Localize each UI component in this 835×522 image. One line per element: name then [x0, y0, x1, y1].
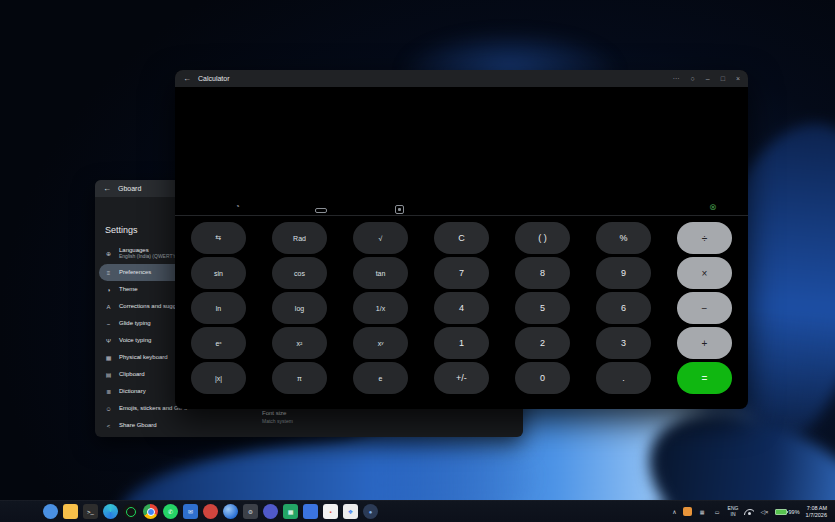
key-percent[interactable]: %: [596, 222, 651, 254]
monitor-tray-icon[interactable]: ▭: [713, 507, 722, 516]
edge-browser-icon[interactable]: [103, 504, 118, 519]
window-controls: ⋯ ○ – □ ×: [673, 75, 740, 82]
taskbar-pinned-apps: >_✆✉⚙▦▪❖●: [0, 504, 672, 519]
display-toolbar: ◔ ⊗: [191, 201, 732, 219]
sidebar-item-share[interactable]: <Share Gboard: [99, 417, 251, 434]
key-reciprocal[interactable]: 1/x: [353, 292, 408, 324]
key-sqrt[interactable]: √: [353, 222, 408, 254]
time-text: 7:08 AM: [807, 505, 827, 512]
key-decimal[interactable]: .: [596, 362, 651, 394]
photos-sphere-icon[interactable]: [223, 504, 238, 519]
designer-icon[interactable]: [303, 504, 318, 519]
sidebar-item-text: Clipboard: [119, 371, 145, 378]
sidebar-item-text: Voice typing: [119, 337, 151, 344]
backspace-icon[interactable]: ⊗: [709, 202, 717, 212]
key-1[interactable]: 1: [434, 327, 489, 359]
start-icon[interactable]: [23, 504, 38, 519]
maximize-icon[interactable]: □: [721, 75, 725, 82]
whatsapp-icon[interactable]: ✆: [163, 504, 178, 519]
keypad-icon[interactable]: [395, 205, 404, 214]
keyboard-tray-icon[interactable]: ▦: [698, 507, 707, 516]
chat-icon[interactable]: [263, 504, 278, 519]
key-e[interactable]: e: [353, 362, 408, 394]
key-9[interactable]: 9: [596, 257, 651, 289]
sidebar-item-text: Preferences: [119, 269, 151, 276]
key-add[interactable]: +: [677, 327, 732, 359]
mic-icon: Ψ: [104, 338, 113, 344]
sidebar-item-label: Dictionary: [119, 388, 146, 395]
key-clear[interactable]: C: [434, 222, 489, 254]
search-icon[interactable]: [43, 504, 58, 519]
font-size-label: Font size: [262, 410, 293, 418]
terminal-icon[interactable]: >_: [83, 504, 98, 519]
key-power[interactable]: xʸ: [353, 327, 408, 359]
emoji-icon: ☺: [104, 406, 113, 412]
history-icon[interactable]: ◔: [235, 202, 240, 211]
gesture-icon: ~: [104, 321, 113, 327]
key-4[interactable]: 4: [434, 292, 489, 324]
settings-icon[interactable]: ⚙: [243, 504, 258, 519]
key-parentheses[interactable]: ( ): [515, 222, 570, 254]
people-icon[interactable]: ●: [363, 504, 378, 519]
key-8[interactable]: 8: [515, 257, 570, 289]
minimize-icon[interactable]: –: [706, 75, 710, 82]
battery-percent: 99%: [789, 509, 800, 515]
taskbar: >_✆✉⚙▦▪❖● ∧ ▦ ▭ ENG IN ◁× 99% 7:08 AM 1/…: [0, 500, 835, 522]
key-6[interactable]: 6: [596, 292, 651, 324]
battery-indicator[interactable]: 99%: [775, 509, 800, 515]
photos-icon[interactable]: ❖: [343, 504, 358, 519]
sidebar-item-label: Physical keyboard: [119, 354, 168, 361]
display-divider: [175, 215, 748, 216]
chrome-icon[interactable]: [143, 504, 158, 519]
share-icon: <: [104, 423, 113, 429]
file-explorer-icon[interactable]: [63, 504, 78, 519]
system-tray: ∧ ▦ ▭ ENG IN ◁× 99% 7:08 AM 1/7/2026: [672, 505, 835, 518]
key-divide[interactable]: ÷: [677, 222, 732, 254]
maps-icon[interactable]: [203, 504, 218, 519]
key-tan[interactable]: tan: [353, 257, 408, 289]
key-sin[interactable]: sin: [191, 257, 246, 289]
language-indicator[interactable]: ENG IN: [728, 506, 739, 517]
close-icon[interactable]: ×: [736, 75, 740, 82]
key-subtract[interactable]: −: [677, 292, 732, 324]
volume-muted-icon[interactable]: ◁×: [760, 508, 768, 515]
unit-converter-icon[interactable]: [315, 208, 327, 213]
spotify-icon[interactable]: [123, 504, 138, 519]
calculator-titlebar: ← Calculator ⋯ ○ – □ ×: [175, 70, 748, 87]
sidebar-item-sublabel: English (India) (QWERTY): [119, 254, 178, 260]
key-ln[interactable]: ln: [191, 292, 246, 324]
key-multiply[interactable]: ×: [677, 257, 732, 289]
key-plusminus[interactable]: +/-: [434, 362, 489, 394]
key-0[interactable]: 0: [515, 362, 570, 394]
font-size-setting-row[interactable]: Font size Match system: [262, 410, 293, 424]
key-abs[interactable]: |x|: [191, 362, 246, 394]
key-equals[interactable]: =: [677, 362, 732, 394]
key-pi[interactable]: π: [272, 362, 327, 394]
key-2[interactable]: 2: [515, 327, 570, 359]
back-icon[interactable]: ←: [103, 184, 111, 193]
key-cos[interactable]: cos: [272, 257, 327, 289]
color-tray-icon[interactable]: [683, 507, 692, 516]
key-3[interactable]: 3: [596, 327, 651, 359]
key-square[interactable]: x²: [272, 327, 327, 359]
key-rad[interactable]: Rad: [272, 222, 327, 254]
gboard-title: Gboard: [118, 185, 141, 192]
wifi-icon[interactable]: [744, 509, 754, 515]
keyboard-icon: ▦: [104, 354, 113, 361]
sheets-icon[interactable]: ▦: [283, 504, 298, 519]
hidden-icons-chevron[interactable]: ∧: [672, 508, 676, 515]
clipboard-icon: ▤: [104, 371, 113, 378]
key-5[interactable]: 5: [515, 292, 570, 324]
mail-icon[interactable]: ✉: [183, 504, 198, 519]
resize-icon[interactable]: ○: [691, 75, 695, 82]
key-exp[interactable]: eˣ: [191, 327, 246, 359]
back-icon[interactable]: ←: [183, 74, 191, 83]
globe-icon: ⊕: [104, 250, 113, 257]
more-options-icon[interactable]: ⋯: [673, 75, 680, 82]
clock[interactable]: 7:08 AM 1/7/2026: [806, 505, 827, 518]
calculator-window: ← Calculator ⋯ ○ – □ × ◔ ⊗ ⇆Rad√C( )%÷si…: [175, 70, 748, 409]
key-log[interactable]: log: [272, 292, 327, 324]
key-7[interactable]: 7: [434, 257, 489, 289]
key-swap[interactable]: ⇆: [191, 222, 246, 254]
sticky-notes-icon[interactable]: ▪: [323, 504, 338, 519]
